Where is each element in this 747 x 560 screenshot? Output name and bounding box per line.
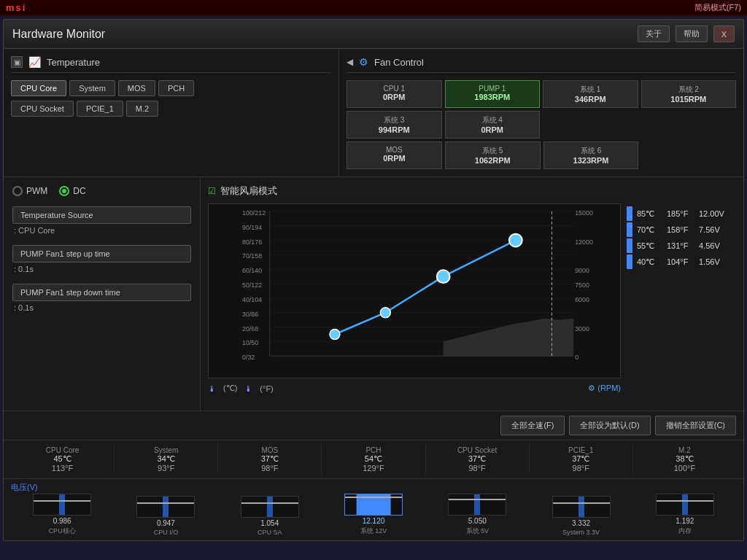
fan-cell-sys6-name: 系统 6 — [550, 146, 632, 156]
temp-btn-pch[interactable]: PCH — [158, 80, 194, 96]
svg-text:0: 0 — [575, 354, 578, 361]
legend-c-4: 40℃ — [637, 257, 662, 267]
chart-container: 0/32 10/50 20/68 30/86 40/104 50/122 60/… — [208, 203, 736, 393]
chart-title-row: ☑ 智能风扇模式 — [208, 184, 736, 198]
chart-inner[interactable]: 0/32 10/50 20/68 30/86 40/104 50/122 60/… — [208, 203, 621, 393]
fan-cell-sys5-value: 1062RPM — [452, 156, 534, 165]
top-bar-left: msi — [6, 2, 26, 13]
v-val-sys5v: 5.050 — [468, 517, 487, 525]
temp-source-button[interactable]: Temperature Source — [12, 206, 191, 224]
temp-reading-cpu-core: CPU Core 45℃ 113°F — [11, 445, 115, 474]
voltage-section-label: 电压(V) — [11, 482, 736, 493]
tr-f-cpu-socket: 98°F — [430, 464, 525, 472]
v-bar-sys33v-container — [552, 496, 611, 518]
chart-area: ☑ 智能风扇模式 — [201, 177, 743, 411]
pwm-dc-row: PWM DC — [12, 186, 191, 196]
svg-text:6000: 6000 — [575, 296, 589, 303]
tr-c-cpu-core: 45℃ — [15, 454, 109, 464]
cancel-all-button[interactable]: 撤销全部设置(C) — [655, 416, 736, 435]
svg-marker-30 — [444, 319, 574, 357]
mode-label: 简易模式(F7) — [694, 2, 741, 13]
help-button[interactable]: 帮助 — [676, 26, 708, 42]
collapse-button[interactable]: ▣ — [11, 56, 23, 68]
fan-cell-sys3-name: 系统 3 — [353, 115, 436, 125]
v-bar-sys5v-container — [448, 494, 506, 516]
svg-text:15000: 15000 — [575, 209, 593, 217]
temp-reading-mos: MOS 37℃ 98°F — [218, 445, 322, 474]
legend-bar-3 — [627, 238, 632, 253]
dc-radio-dot — [62, 189, 66, 193]
temp-btn-cpu-socket[interactable]: CPU Socket — [11, 101, 74, 117]
action-buttons: 全部全速(F) 全部设为默认(D) 撤销全部设置(C) — [4, 411, 743, 440]
voltage-bar-cpu-core: 0.986 CPU核心 — [11, 494, 113, 536]
fan-cell-sys5-name: 系统 5 — [452, 146, 534, 156]
temp-btn-cpu-core[interactable]: CPU Core — [11, 80, 66, 96]
svg-text:9000: 9000 — [575, 267, 589, 274]
about-button[interactable]: 关于 — [638, 26, 670, 42]
legend-row-1: 85℃ 185°F 12.00V — [627, 206, 736, 221]
top-bar-right: 简易模式(F7) — [694, 2, 741, 13]
middle-section: PWM DC Temperature Source : CPU Core PUM… — [4, 177, 743, 411]
set-default-button[interactable]: 全部设为默认(D) — [569, 416, 650, 435]
fan-cell-pump1-value: 1983RPM — [452, 93, 534, 101]
celsius-label: (℃) — [223, 384, 237, 393]
curve-point-4[interactable] — [509, 234, 522, 247]
full-speed-button[interactable]: 全部全速(F) — [500, 416, 565, 435]
temp-source-group: Temperature Source : CPU Core — [12, 206, 191, 235]
step-up-button[interactable]: PUMP Fan1 step up time — [12, 245, 191, 262]
temp-btn-m2[interactable]: M.2 — [126, 101, 158, 117]
fan-rpm-icon: ⚙ (RPM) — [588, 384, 621, 393]
curve-point-3[interactable] — [437, 270, 450, 283]
step-down-button[interactable]: PUMP Fan1 step down time — [12, 284, 191, 301]
voltage-bar-cpu-sa: 1.054 CPU SA — [219, 496, 321, 536]
fan-curve-chart[interactable]: 0/32 10/50 20/68 30/86 40/104 50/122 60/… — [208, 203, 621, 378]
v-name-cpu-core: CPU核心 — [49, 526, 76, 536]
temp-buttons-row2: CPU Socket PCIE_1 M.2 — [11, 101, 331, 117]
fan-cell-sys5[interactable]: 系统 5 1062RPM — [445, 141, 541, 169]
left-control-panel: PWM DC Temperature Source : CPU Core PUM… — [4, 177, 201, 411]
v-val-sys33v: 3.332 — [572, 519, 590, 527]
v-name-cpu-sa: CPU SA — [258, 529, 282, 536]
chart-title: 智能风扇模式 — [220, 184, 277, 198]
step-down-value: : 0.1s — [12, 303, 191, 312]
temp-btn-pcie1[interactable]: PCIE_1 — [77, 101, 123, 117]
voltage-bar-sys5v: 5.050 系统 5V — [426, 494, 528, 536]
fan-cell-sys1[interactable]: 系统 1 346RPM — [543, 80, 638, 108]
fan-cell-pump1[interactable]: PUMP 1 1983RPM — [445, 80, 541, 108]
temp-btn-mos[interactable]: MOS — [118, 80, 155, 96]
fan-cell-sys3[interactable]: 系统 3 994RPM — [347, 111, 442, 139]
svg-text:60/140: 60/140 — [242, 267, 262, 274]
svg-text:70/158: 70/158 — [242, 252, 262, 260]
dc-radio-circle — [59, 186, 69, 196]
svg-text:0/32: 0/32 — [242, 354, 255, 361]
fan-cell-sys6[interactable]: 系统 6 1323RPM — [543, 141, 639, 169]
fan-cell-mos-value: 0RPM — [353, 154, 436, 163]
chart-legend: 85℃ 185°F 12.00V 70℃ 158°F 7.56V 55℃ 131… — [627, 203, 736, 393]
temp-panel-header: ▣ 📈 Temperature — [11, 56, 331, 73]
fan-cell-mos-name: MOS — [353, 146, 436, 154]
thermometer-f-icon: 🌡 — [244, 384, 252, 393]
fan-grid-row2: MOS 0RPM 系统 5 1062RPM 系统 6 1323RPM — [347, 141, 639, 169]
temp-btn-system[interactable]: System — [69, 80, 115, 96]
curve-point-1[interactable] — [330, 330, 340, 340]
tr-f-pcie1: 98°F — [534, 464, 628, 472]
tr-name-pch: PCH — [326, 446, 420, 454]
v-marker-cpu-io — [137, 502, 194, 504]
pwm-radio-label[interactable]: PWM — [12, 186, 47, 196]
legend-row-4: 40℃ 104°F 1.56V — [627, 254, 736, 269]
top-section: ▣ 📈 Temperature CPU Core System MOS PCH … — [4, 49, 743, 177]
fan-cell-cpu1-value: 0RPM — [353, 93, 436, 101]
title-bar-buttons: 关于 帮助 X — [638, 26, 735, 42]
pwm-label: PWM — [26, 186, 47, 196]
close-button[interactable]: X — [713, 26, 735, 42]
dc-radio-label[interactable]: DC — [59, 186, 85, 196]
curve-point-2[interactable] — [380, 308, 390, 318]
temp-reading-pcie1: PCIE_1 37℃ 98°F — [530, 445, 633, 474]
step-up-value: : 0.1s — [12, 265, 191, 273]
fan-cell-mos[interactable]: MOS 0RPM — [347, 141, 442, 169]
fan-cell-cpu1[interactable]: CPU 1 0RPM — [347, 80, 442, 108]
fan-cell-sys4[interactable]: 系统 4 0RPM — [445, 111, 541, 139]
fan-cell-sys2[interactable]: 系统 2 1015RPM — [641, 80, 737, 108]
fan-control-panel: ◀ ⚙ Fan Control CPU 1 0RPM PUMP 1 1983RP… — [339, 49, 743, 176]
v-marker-mem — [657, 500, 713, 502]
